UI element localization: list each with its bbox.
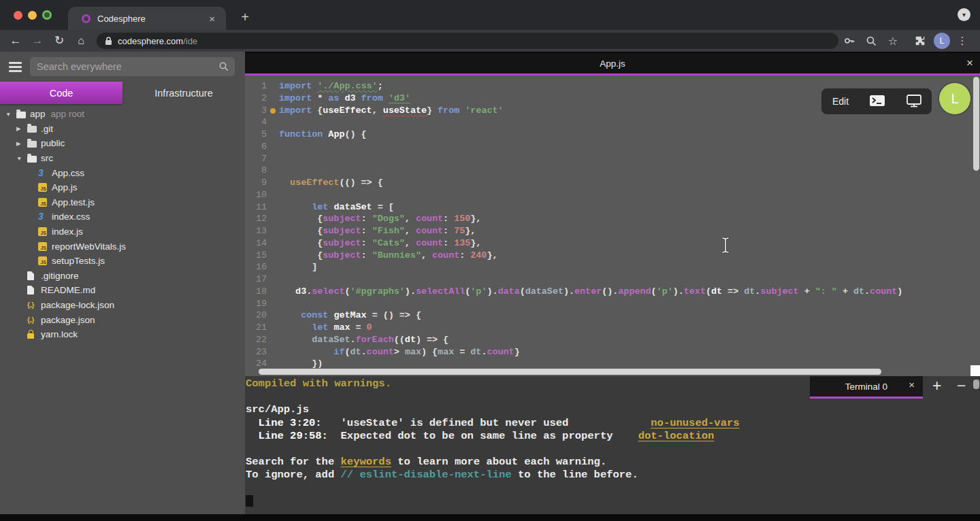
- line-number: 7: [245, 153, 267, 165]
- hamburger-menu-icon[interactable]: [9, 62, 22, 74]
- download-indicator-icon[interactable]: ▾: [958, 8, 970, 21]
- code-token: 'd3': [389, 93, 410, 103]
- code-line: 16 ]: [245, 261, 980, 273]
- gutter: [267, 250, 279, 262]
- terminal-tab[interactable]: Terminal 0 ×: [810, 376, 923, 399]
- forward-button[interactable]: →: [29, 32, 46, 50]
- window-zoom-button[interactable]: [42, 10, 52, 20]
- tree-item-app-css[interactable]: 3App.css: [0, 165, 245, 180]
- gutter: [267, 153, 279, 165]
- tree-item-reportwebvitals-js[interactable]: JSreportWebVitals.js: [0, 239, 245, 254]
- back-button[interactable]: ←: [7, 32, 24, 50]
- chevron-right-icon[interactable]: ▶: [16, 140, 27, 147]
- code-token: ,: [405, 238, 416, 248]
- reload-button[interactable]: ↻: [50, 32, 68, 50]
- tree-item-label: src: [41, 153, 53, 163]
- code-token: './App.css': [317, 81, 377, 91]
- json-icon: {..}: [27, 301, 33, 309]
- tab-close-icon[interactable]: ×: [206, 13, 218, 24]
- tree-item-index-css[interactable]: 3index.css: [0, 209, 245, 224]
- code-token: useEffect: [323, 105, 372, 116]
- tab-infrastructure[interactable]: Infrastructure: [122, 82, 245, 104]
- tree-item-app-js[interactable]: JSApp.js: [0, 180, 245, 195]
- editor-horizontal-scrollbar[interactable]: [259, 369, 881, 375]
- tab-code[interactable]: Code: [0, 82, 122, 104]
- tree-item-app[interactable]: ▼appapp root: [0, 107, 245, 122]
- line-number: 8: [245, 165, 267, 177]
- tree-item-app-test-js[interactable]: JSApp.test.js: [0, 195, 245, 210]
- tree-item-setuptests-js[interactable]: JSsetupTests.js: [0, 254, 245, 269]
- code-token: count: [432, 250, 459, 260]
- terminal-line: src/App.js: [246, 403, 740, 416]
- code-editor[interactable]: 1import './App.css';2import * as d3 from…: [245, 75, 980, 376]
- code-text: const getMax = () => {: [279, 309, 421, 322]
- code-token: [356, 93, 361, 103]
- workspace-user-avatar[interactable]: L: [939, 83, 970, 114]
- tree-item-package-json[interactable]: {..}package.json: [0, 312, 245, 327]
- terminal-minimize-button[interactable]: −: [957, 377, 966, 395]
- browser-profile-avatar[interactable]: L: [934, 33, 950, 49]
- line-number: 19: [245, 298, 267, 310]
- chevron-down-icon[interactable]: ▼: [5, 111, 16, 118]
- terminal-link[interactable]: dot-location: [638, 430, 715, 442]
- extensions-puzzle-icon[interactable]: [912, 33, 928, 49]
- new-tab-button[interactable]: +: [235, 7, 255, 27]
- file-tree: ▼appapp root▶.git▶public▼src3App.cssJSAp…: [0, 107, 245, 342]
- tree-item-src[interactable]: ▼src: [0, 151, 245, 166]
- gutter: [267, 309, 279, 322]
- bookmark-star-icon[interactable]: ☆: [885, 33, 901, 49]
- code-line: 18 d3.select('#pgraphs').selectAll('p').…: [245, 286, 980, 298]
- code-token: ).: [673, 286, 684, 297]
- code-token: .: [864, 286, 870, 297]
- code-text: import * as d3 from 'd3': [279, 93, 410, 105]
- tree-item-public[interactable]: ▶public: [0, 136, 245, 151]
- code-token: [279, 310, 301, 320]
- code-token: (: [520, 286, 525, 297]
- code-token: ,: [405, 214, 416, 224]
- code-token: :: [361, 226, 372, 236]
- code-token: count: [870, 286, 897, 297]
- browser-tab-codesphere[interactable]: Codesphere ×: [68, 7, 226, 30]
- chevron-down-icon[interactable]: ▼: [16, 155, 27, 162]
- code-text: {subject: "Dogs", count: 150},: [279, 213, 481, 225]
- home-button[interactable]: ⌂: [72, 32, 90, 50]
- tree-item-index-js[interactable]: JSindex.js: [0, 224, 245, 239]
- window-minimize-button[interactable]: [28, 11, 37, 20]
- code-token: max: [333, 322, 350, 333]
- editor-close-icon[interactable]: ×: [966, 56, 973, 70]
- editor-vertical-scrollbar[interactable]: [973, 77, 979, 171]
- browser-menu-kebab-icon[interactable]: ⋮: [954, 33, 970, 49]
- password-key-icon[interactable]: [841, 33, 858, 49]
- code-text: function App() {: [279, 129, 367, 141]
- tree-item-label: README.md: [41, 285, 95, 295]
- search-everywhere-field[interactable]: [30, 57, 235, 76]
- terminal-close-icon[interactable]: ×: [909, 379, 915, 390]
- line-number: 23: [245, 346, 267, 358]
- tree-item-yarn-lock[interactable]: yarn.lock: [0, 327, 245, 342]
- terminal-link[interactable]: no-unused-vars: [651, 417, 739, 429]
- breakpoint-dot-icon[interactable]: [270, 108, 276, 114]
- code-token: :: [443, 214, 454, 224]
- tree-item-gitignore[interactable]: .gitignore: [0, 269, 245, 284]
- tree-item-readme-md[interactable]: README.md: [0, 283, 245, 298]
- address-bar[interactable]: codesphere.com /ide: [97, 33, 838, 49]
- edit-mode-button[interactable]: Edit: [832, 96, 849, 107]
- code-token: count: [416, 238, 443, 248]
- terminal-add-button[interactable]: +: [932, 377, 941, 395]
- code-token: dt: [744, 286, 755, 297]
- tree-item-git[interactable]: ▶.git: [0, 122, 245, 137]
- code-token: max: [438, 347, 454, 357]
- preview-monitor-icon[interactable]: [906, 94, 922, 110]
- code-token: *: [312, 93, 328, 103]
- code-line: 23 if(dt.count> max) {max = dt.count}: [245, 346, 980, 358]
- tree-item-package-lock-json[interactable]: {..}package-lock.json: [0, 298, 245, 313]
- window-close-button[interactable]: [14, 11, 22, 20]
- chevron-right-icon[interactable]: ▶: [16, 125, 27, 132]
- terminal-scrollbar[interactable]: [973, 380, 979, 389]
- terminal-link[interactable]: keywords: [341, 456, 391, 468]
- zoom-search-icon[interactable]: [863, 33, 879, 49]
- terminal-toggle-icon[interactable]: [869, 95, 885, 109]
- terminal-panel[interactable]: Compiled with warnings.src/App.js Line 3…: [245, 376, 980, 514]
- search-input[interactable]: [30, 57, 235, 76]
- code-token: dt: [405, 335, 416, 345]
